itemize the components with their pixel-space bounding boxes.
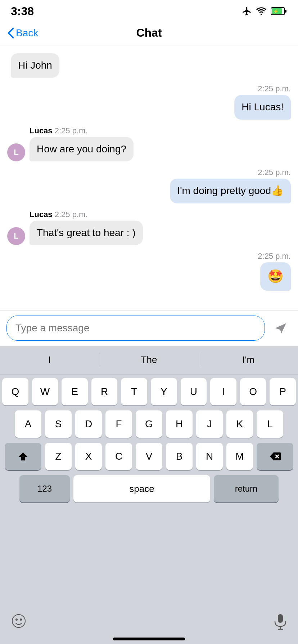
send-button[interactable]: [270, 317, 292, 339]
key-q[interactable]: Q: [2, 378, 28, 405]
message-bubble: How are you doing?: [30, 137, 134, 161]
key-g[interactable]: G: [136, 410, 162, 438]
keyboard-rows: Q W E R T Y U I O P A S D F G H J K L: [0, 374, 298, 604]
message-row: L Lucas 2:25 p.m. How are you doing?: [7, 126, 291, 161]
key-n[interactable]: N: [196, 443, 223, 470]
key-k[interactable]: K: [226, 410, 253, 438]
airplane-icon: [242, 6, 252, 16]
key-y[interactable]: Y: [151, 378, 177, 405]
key-row-2: A S D F G H J K L: [2, 410, 296, 438]
bubble-wrapper: 2:25 p.m. 🤩: [258, 252, 291, 291]
key-row-1: Q W E R T Y U I O P: [2, 378, 296, 405]
sender-name: Lucas: [30, 126, 53, 135]
key-u[interactable]: U: [181, 378, 207, 405]
bubble-wrapper: Lucas 2:25 p.m. How are you doing?: [30, 126, 134, 161]
home-indicator: [113, 638, 185, 640]
message-meta: Lucas 2:25 p.m.: [30, 126, 87, 135]
nav-title: Chat: [136, 26, 162, 40]
key-w[interactable]: W: [32, 378, 58, 405]
key-a[interactable]: A: [15, 410, 41, 438]
key-m[interactable]: M: [226, 443, 253, 470]
key-f[interactable]: F: [105, 410, 132, 438]
key-i[interactable]: I: [210, 378, 236, 405]
key-x[interactable]: X: [75, 443, 102, 470]
emoji-button[interactable]: [11, 613, 27, 632]
message-bubble: That's great to hear : ): [30, 221, 143, 245]
key-h[interactable]: H: [166, 410, 193, 438]
battery-icon: ⚡: [271, 6, 287, 16]
message-time: 2:25 p.m.: [55, 210, 88, 219]
status-bar: 3:38 ⚡: [0, 0, 298, 20]
avatar: L: [7, 143, 25, 161]
key-o[interactable]: O: [240, 378, 266, 405]
shift-key[interactable]: [5, 443, 41, 470]
suggestion-item[interactable]: I: [0, 351, 99, 369]
delete-key[interactable]: [257, 443, 293, 470]
space-key[interactable]: space: [73, 475, 210, 502]
svg-rect-9: [278, 614, 283, 623]
message-bubble: 🤩: [260, 262, 291, 291]
svg-text:⚡: ⚡: [273, 9, 279, 14]
message-time: 2:25 p.m.: [258, 168, 291, 177]
key-j[interactable]: J: [196, 410, 223, 438]
keyboard: I The I'm Q W E R T Y U I O P A S D F G …: [0, 346, 298, 644]
status-time: 3:38: [11, 5, 34, 18]
bubble-wrapper: Lucas 2:25 p.m. That's great to hear : ): [30, 210, 143, 245]
key-v[interactable]: V: [136, 443, 162, 470]
message-row: 2:25 p.m. Hi Lucas!: [7, 84, 291, 119]
message-input[interactable]: [6, 316, 265, 341]
key-c[interactable]: C: [105, 443, 132, 470]
input-area: [0, 310, 298, 346]
microphone-button[interactable]: [274, 613, 287, 631]
key-s[interactable]: S: [45, 410, 72, 438]
key-l[interactable]: L: [257, 410, 283, 438]
sender-name: Lucas: [30, 210, 53, 219]
key-b[interactable]: B: [166, 443, 193, 470]
message-bubble: Hi Lucas!: [234, 95, 291, 119]
message-row: 2:25 p.m. I'm doing pretty good👍: [7, 168, 291, 203]
key-d[interactable]: D: [75, 410, 102, 438]
message-bubble: Hi John: [11, 53, 59, 78]
svg-rect-1: [285, 10, 286, 13]
suggestion-item[interactable]: The: [99, 351, 198, 369]
nav-bar: Back Chat: [0, 20, 298, 46]
message-bubble: I'm doing pretty good👍: [170, 179, 291, 203]
bubble-wrapper: 2:25 p.m. Hi Lucas!: [234, 84, 291, 119]
svg-point-6: [12, 615, 25, 627]
avatar: L: [7, 227, 25, 245]
key-r[interactable]: R: [91, 378, 118, 405]
bubble-wrapper: 2:25 p.m. I'm doing pretty good👍: [170, 168, 291, 203]
message-row: Hi John: [7, 53, 291, 78]
key-e[interactable]: E: [62, 378, 88, 405]
numbers-key[interactable]: 123: [19, 475, 70, 502]
key-row-3: Z X C V B N M: [2, 443, 296, 470]
wifi-icon: [256, 6, 267, 16]
message-time: 2:25 p.m.: [55, 126, 88, 135]
key-t[interactable]: T: [121, 378, 147, 405]
message-time: 2:25 p.m.: [258, 84, 291, 93]
keyboard-suggestions: I The I'm: [0, 346, 298, 374]
message-meta: Lucas 2:25 p.m.: [30, 210, 87, 219]
key-z[interactable]: Z: [45, 443, 72, 470]
key-p[interactable]: P: [270, 378, 296, 405]
return-key[interactable]: return: [214, 475, 279, 502]
message-row: L Lucas 2:25 p.m. That's great to hear :…: [7, 210, 291, 245]
message-row: 2:25 p.m. 🤩: [7, 252, 291, 291]
message-time: 2:25 p.m.: [258, 252, 291, 261]
svg-point-8: [20, 619, 22, 620]
back-label: Back: [16, 27, 38, 39]
svg-point-7: [16, 619, 17, 620]
suggestion-item[interactable]: I'm: [199, 351, 298, 369]
key-row-4: 123 space return: [2, 475, 296, 502]
back-button[interactable]: Back: [7, 27, 38, 39]
status-icons: ⚡: [242, 6, 287, 16]
chat-area: Hi John 2:25 p.m. Hi Lucas! L Lucas 2:25…: [0, 46, 298, 294]
